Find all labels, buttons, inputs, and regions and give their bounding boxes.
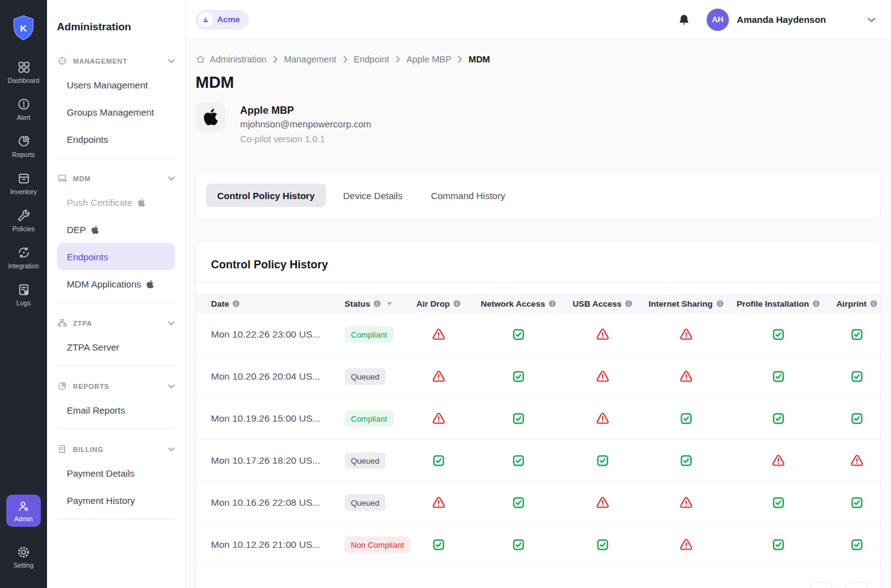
table-title: Control Policy History bbox=[196, 242, 880, 273]
sidebar-item-push-certificate[interactable]: Push Certificate bbox=[47, 189, 185, 216]
divider bbox=[57, 302, 175, 303]
sidebar-item-groups-management[interactable]: Groups Management bbox=[47, 98, 185, 126]
warning-triangle-icon bbox=[596, 328, 610, 341]
row-date: Mon 10.16.26 22:08 US... bbox=[211, 497, 321, 508]
breadcrumb-home[interactable]: Administration bbox=[196, 54, 267, 64]
pagination-prev-button[interactable] bbox=[811, 582, 832, 588]
column-header-usb-access: USB Access bbox=[572, 299, 632, 309]
rail-item-setting[interactable]: Setting bbox=[0, 545, 47, 569]
sidebar-item-email-reports[interactable]: Email Reports bbox=[47, 396, 185, 424]
breadcrumb-link-device[interactable]: Apple MBP bbox=[407, 54, 452, 64]
brand-logo: K bbox=[0, 15, 47, 41]
row-date: Mon 10.22.26 23:00 US... bbox=[211, 329, 321, 340]
column-label: Internet Sharing bbox=[648, 299, 713, 309]
row-date: Mon 10.20.26 20:04 US... bbox=[211, 371, 321, 382]
sidebar-item-label: MDM Applications bbox=[67, 279, 141, 289]
rail-item-admin[interactable]: Admin bbox=[6, 495, 41, 527]
divider bbox=[57, 365, 175, 366]
tab-device-details[interactable]: Device Details bbox=[332, 184, 414, 207]
info-icon[interactable] bbox=[232, 300, 240, 308]
user-name[interactable]: Amanda Haydenson bbox=[737, 14, 826, 25]
column-label: Status bbox=[345, 299, 370, 309]
column-header-network-access: Network Access bbox=[481, 299, 556, 309]
column-header-internet-sharing: Internet Sharing bbox=[648, 299, 724, 309]
user-menu-chevron-icon[interactable] bbox=[867, 17, 876, 23]
policy-icon-cell bbox=[772, 328, 785, 341]
info-icon[interactable] bbox=[453, 300, 461, 308]
rail-item-dashboard[interactable]: Dashboard bbox=[0, 53, 47, 90]
check-square-icon bbox=[512, 412, 525, 425]
chevron-down-icon bbox=[168, 384, 175, 389]
section-billing[interactable]: BILLING bbox=[57, 444, 175, 454]
sidebar-item-payment-details[interactable]: Payment Details bbox=[47, 459, 185, 487]
policy-icon-cell bbox=[680, 412, 693, 425]
rail-item-logs[interactable]: Logs bbox=[0, 276, 47, 313]
info-icon[interactable] bbox=[812, 300, 820, 308]
check-square-icon bbox=[512, 538, 525, 551]
status-badge: Compliant bbox=[345, 410, 394, 427]
rail-item-integration[interactable]: Integration bbox=[0, 239, 47, 276]
sidebar-item-users-management[interactable]: Users Management bbox=[47, 71, 185, 98]
control-policy-history-card: Control Policy History Date Status Air D… bbox=[196, 241, 881, 588]
tabs-bar: Control Policy History Device Details Co… bbox=[196, 171, 881, 219]
warning-triangle-icon bbox=[432, 412, 446, 425]
rail-item-inventory[interactable]: Inventory bbox=[0, 164, 47, 202]
filter-caret-icon[interactable] bbox=[387, 302, 392, 305]
info-icon[interactable] bbox=[716, 300, 724, 308]
table-row: Mon 10.12.26 21:00 US... Non Compliant bbox=[196, 524, 880, 566]
tab-command-history[interactable]: Command History bbox=[420, 184, 516, 207]
sidebar-item-endpoints-mdm[interactable]: Endpoints bbox=[57, 243, 175, 270]
sidebar-item-dep[interactable]: DEP bbox=[47, 216, 185, 243]
check-square-icon bbox=[851, 412, 864, 425]
sidebar-item-payment-history[interactable]: Payment History bbox=[47, 487, 185, 514]
section-ztpa[interactable]: ZTPA bbox=[57, 318, 175, 328]
policy-icon-cell bbox=[851, 412, 864, 425]
check-square-icon bbox=[851, 370, 864, 383]
tab-control-policy-history[interactable]: Control Policy History bbox=[206, 184, 326, 207]
rail-item-reports[interactable]: Reports bbox=[0, 127, 47, 164]
policy-icon-cell bbox=[680, 454, 693, 467]
info-icon[interactable] bbox=[548, 300, 556, 308]
device-info: Apple MBP mjohnson@menpowercorp.com Co-p… bbox=[240, 102, 371, 147]
sidebar-item-mdm-applications[interactable]: MDM Applications bbox=[47, 270, 185, 297]
integration-sync-icon bbox=[17, 245, 31, 260]
table-row: Mon 10.22.26 23:00 US... Compliant bbox=[196, 313, 880, 356]
pagination-next-button[interactable] bbox=[846, 582, 867, 588]
divider bbox=[57, 158, 175, 158]
info-icon[interactable] bbox=[869, 300, 877, 308]
policy-icon-cell bbox=[772, 496, 785, 509]
info-icon[interactable] bbox=[625, 300, 633, 308]
rail-item-label: Admin bbox=[14, 515, 33, 522]
svg-text:K: K bbox=[20, 23, 27, 33]
column-label: Network Access bbox=[481, 299, 545, 309]
policy-icon-cell bbox=[512, 370, 525, 383]
section-management[interactable]: MANAGEMENT bbox=[57, 56, 175, 66]
device-summary: Apple MBP mjohnson@menpowercorp.com Co-p… bbox=[196, 102, 881, 147]
policy-icon-cell bbox=[850, 454, 864, 467]
column-label: Date bbox=[211, 299, 229, 309]
info-icon[interactable] bbox=[373, 300, 381, 308]
check-square-icon bbox=[596, 538, 609, 551]
chevron-down-icon bbox=[168, 321, 175, 326]
section-mdm[interactable]: MDM bbox=[57, 173, 175, 184]
policy-icon-cell bbox=[596, 538, 609, 551]
sidebar-item-endpoints-management[interactable]: Endpoints bbox=[47, 126, 185, 153]
org-switcher[interactable]: Acme bbox=[196, 10, 249, 30]
notifications-bell-icon[interactable] bbox=[678, 13, 691, 27]
column-label: Air Drop bbox=[416, 299, 450, 309]
rail-item-policies[interactable]: Policies bbox=[0, 202, 47, 239]
section-label: ZTPA bbox=[73, 320, 162, 327]
sidebar-item-label: Push Certificate bbox=[67, 197, 132, 208]
user-avatar[interactable]: AH bbox=[707, 9, 729, 31]
status-badge: Non Compliant bbox=[345, 536, 410, 553]
rail-item-alert[interactable]: Alert bbox=[0, 90, 47, 127]
breadcrumb-link-management[interactable]: Management bbox=[284, 54, 337, 64]
check-square-icon bbox=[772, 538, 785, 551]
apple-icon bbox=[146, 279, 154, 289]
chevron-down-icon bbox=[168, 176, 175, 181]
sidebar-item-ztpa-server[interactable]: ZTPA Server bbox=[47, 333, 185, 360]
warning-triangle-icon bbox=[432, 328, 446, 341]
status-badge: Queued bbox=[345, 452, 385, 469]
section-reports[interactable]: REPORTS bbox=[57, 381, 175, 391]
breadcrumb-link-endpoint[interactable]: Endpoint bbox=[354, 54, 389, 64]
